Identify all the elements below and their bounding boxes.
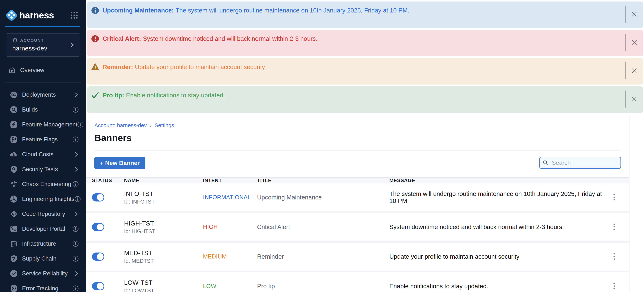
status-toggle[interactable] xyxy=(92,282,104,290)
sidebar-item-service-reliability[interactable]: Service Reliability xyxy=(0,266,86,281)
info-icon[interactable] xyxy=(77,122,84,128)
status-toggle[interactable] xyxy=(92,193,104,201)
banner-message-cell: System downtime noticed and will back no… xyxy=(389,223,603,231)
sidebar-item-code-repository[interactable]: Code Repository xyxy=(0,207,86,221)
close-icon[interactable] xyxy=(630,10,639,19)
intent-badge: HIGH xyxy=(203,224,257,230)
sidebar-item-label: Cloud Costs xyxy=(22,151,54,158)
banner-message-cell: The system will undergo routine maintena… xyxy=(389,190,603,204)
developer-portal-icon xyxy=(10,225,18,233)
sidebar-item-feature-flags[interactable]: Feature Flags xyxy=(0,132,86,147)
info-icon[interactable] xyxy=(72,241,79,247)
feature-management-icon xyxy=(10,121,18,129)
banner-message-cell: Update your profile to maintain account … xyxy=(389,253,603,260)
sidebar-item-infrastructure[interactable]: Infrastructure xyxy=(0,236,86,251)
breadcrumb: Account: harness-dev › Settings xyxy=(94,122,620,129)
info-icon[interactable] xyxy=(72,256,79,262)
breadcrumb-settings-link[interactable]: Settings xyxy=(154,122,174,129)
supply-chain-icon xyxy=(10,255,18,263)
sidebar-item-feature-management[interactable]: Feature Management xyxy=(0,117,86,132)
info-icon[interactable] xyxy=(74,196,81,202)
row-menu-icon[interactable] xyxy=(611,191,617,204)
main-area: Upcoming Maintenance:The system will und… xyxy=(86,0,644,292)
banner-id: Id: HIGHTST xyxy=(124,228,203,234)
logo-underline xyxy=(5,26,80,27)
sidebar-item-label: Engineering Insights xyxy=(22,196,74,202)
engineering-insights-icon xyxy=(10,195,18,203)
info-icon[interactable] xyxy=(72,107,79,113)
sidebar-item-label: Supply Chain xyxy=(22,255,56,262)
sidebar-item-security-tests[interactable]: Security Tests xyxy=(0,162,86,177)
column-header-intent: INTENT xyxy=(203,178,257,183)
sidebar-item-developer-portal[interactable]: Developer Portal xyxy=(0,221,86,236)
sidebar-item-label: Builds xyxy=(22,106,38,113)
sidebar-item-label: Code Repository xyxy=(22,211,65,217)
banner-success: Pro tip:Enable notifications to stay upd… xyxy=(87,86,643,113)
info-icon[interactable] xyxy=(72,226,79,232)
search-icon xyxy=(543,160,548,165)
new-banner-button[interactable]: + New Banner xyxy=(94,157,145,169)
banner-title-cell: Critical Alert xyxy=(257,223,389,231)
cloud-costs-icon: $ xyxy=(10,150,18,158)
table-body: INFO-TST Id: INFOTST INFORMATIONAL Upcom… xyxy=(86,183,629,292)
banner-message-cell: Enable notifications to stay updated. xyxy=(389,283,603,290)
intent-badge: INFORMATIONAL xyxy=(203,194,257,201)
sidebar-item-supply-chain[interactable]: Supply Chain xyxy=(0,251,86,266)
banner-message: Update your profile to maintain account … xyxy=(135,63,265,70)
account-name: harness-dev xyxy=(12,45,47,52)
row-menu-icon[interactable] xyxy=(611,280,617,292)
sidebar-item-label: Chaos Engineering xyxy=(22,181,71,187)
sidebar-item-label: Service Reliability xyxy=(22,270,68,277)
breadcrumb-account-link[interactable]: Account: harness-dev xyxy=(94,122,147,129)
error-tracking-icon xyxy=(10,284,18,292)
page-title: Banners xyxy=(94,133,620,144)
table-row: INFO-TST Id: INFOTST INFORMATIONAL Upcom… xyxy=(86,183,629,211)
close-icon[interactable] xyxy=(630,66,639,75)
banner-divider xyxy=(625,34,626,51)
row-menu-icon[interactable] xyxy=(611,251,617,263)
column-header-title: TITLE xyxy=(257,178,389,183)
banners-table: STATUS NAME INTENT TITLE MESSAGE INFO-TS… xyxy=(86,177,629,292)
account-label: ACCOUNT xyxy=(20,38,44,43)
sidebar-item-error-tracking[interactable]: Error Tracking xyxy=(0,281,86,292)
column-header-name: NAME xyxy=(124,178,203,183)
banner-name: HIGH-TST xyxy=(124,220,203,227)
status-toggle[interactable] xyxy=(92,223,104,231)
info-icon[interactable] xyxy=(72,181,79,187)
search-input[interactable] xyxy=(539,157,621,169)
sidebar-item-cloud-costs[interactable]: $ Cloud Costs xyxy=(0,147,86,162)
toolbar: + New Banner xyxy=(86,150,629,169)
builds-icon xyxy=(10,106,18,114)
info-icon[interactable] xyxy=(72,136,79,143)
banner-info: Upcoming Maintenance:The system will und… xyxy=(87,1,643,28)
account-selector[interactable]: ACCOUNT harness-dev xyxy=(6,33,80,57)
breadcrumb-separator: › xyxy=(150,122,152,129)
banner-id: Id: MEDTST xyxy=(124,258,203,264)
svg-text:$: $ xyxy=(13,153,15,156)
chaos-engineering-icon xyxy=(10,180,18,188)
app-grid-icon[interactable] xyxy=(70,11,78,19)
table-row: HIGH-TST Id: HIGHTST HIGH Critical Alert… xyxy=(86,213,629,241)
banner-name: INFO-TST xyxy=(124,190,203,197)
status-toggle[interactable] xyxy=(92,253,104,261)
sidebar-item-label: Feature Flags xyxy=(22,136,58,143)
sidebar: harness ACCOUNT harness-dev xyxy=(0,0,86,292)
row-menu-icon[interactable] xyxy=(611,221,617,233)
sidebar-item-chaos-engineering[interactable]: Chaos Engineering xyxy=(0,177,86,192)
close-icon[interactable] xyxy=(630,95,639,104)
banner-title-cell: Reminder xyxy=(257,253,389,260)
chevron-right-icon xyxy=(74,166,79,172)
sidebar-item-engineering-insights[interactable]: Engineering Insights xyxy=(0,192,86,207)
sidebar-item-deployments[interactable]: Deployments xyxy=(0,87,86,102)
info-icon[interactable] xyxy=(72,285,79,292)
layers-icon xyxy=(12,38,18,43)
banner-divider xyxy=(625,62,626,79)
close-icon[interactable] xyxy=(630,38,639,47)
chevron-right-icon xyxy=(69,42,75,48)
intent-badge: LOW xyxy=(203,283,257,290)
sidebar-item-builds[interactable]: Builds xyxy=(0,102,86,117)
alert-circle-icon xyxy=(91,35,99,43)
banner-id: Id: INFOTST xyxy=(124,199,203,205)
banner-title: Critical Alert: xyxy=(102,35,141,42)
sidebar-item-overview[interactable]: Overview xyxy=(0,63,86,77)
